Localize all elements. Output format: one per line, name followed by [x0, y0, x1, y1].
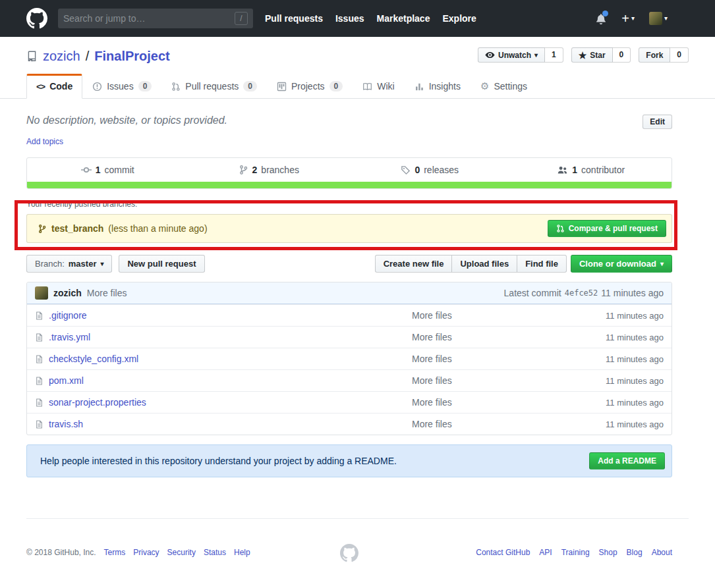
- tab-wiki[interactable]: Wiki: [353, 74, 404, 99]
- file-icon: [35, 376, 43, 386]
- tab-code[interactable]: <> Code: [26, 74, 82, 99]
- repo-icon: [26, 51, 38, 62]
- upload-files-button[interactable]: Upload files: [452, 255, 517, 273]
- repo-separator: /: [86, 47, 90, 65]
- unwatch-button[interactable]: Unwatch ▾: [478, 47, 545, 63]
- file-age: 11 minutes ago: [552, 333, 664, 342]
- fork-count[interactable]: 0: [670, 47, 689, 63]
- star-count[interactable]: 0: [613, 47, 631, 63]
- projects-counter: 0: [329, 81, 343, 92]
- file-link[interactable]: pom.xml: [49, 375, 84, 386]
- description-row: No description, website, or topics provi…: [26, 115, 672, 129]
- footer-link-status[interactable]: Status: [204, 548, 226, 557]
- tab-insights[interactable]: Insights: [405, 74, 471, 99]
- tab-issues[interactable]: Issues 0: [82, 74, 161, 99]
- footer-link-terms[interactable]: Terms: [104, 548, 126, 557]
- table-row: travis.sh More files 11 minutes ago: [27, 413, 672, 435]
- new-pull-request-button[interactable]: New pull request: [119, 255, 204, 273]
- file-age: 11 minutes ago: [552, 311, 664, 321]
- releases-stat[interactable]: 0releases: [349, 165, 511, 175]
- commit-sha-link[interactable]: 4efce52: [565, 288, 598, 298]
- footer-link-blog[interactable]: Blog: [627, 548, 643, 557]
- github-logo-icon[interactable]: [26, 8, 47, 29]
- file-commit-message[interactable]: More files: [412, 310, 452, 321]
- github-footer-logo-icon[interactable]: [340, 544, 358, 562]
- edit-description-button[interactable]: Edit: [643, 115, 672, 129]
- chevron-down-icon: ▾: [660, 261, 664, 267]
- repo-stats-box: 1commit 2branches 0releases 1contributor: [26, 157, 672, 189]
- nav-link-marketplace[interactable]: Marketplace: [377, 13, 430, 24]
- footer-link-api[interactable]: API: [539, 548, 552, 557]
- latest-commit-label: Latest commit: [504, 288, 561, 298]
- nav-link-issues[interactable]: Issues: [335, 13, 364, 24]
- user-menu[interactable]: ▾: [649, 12, 668, 25]
- copyright-text: © 2018 GitHub, Inc.: [26, 548, 96, 557]
- star-icon: ★: [579, 51, 587, 59]
- table-row: pom.xml More files 11 minutes ago: [27, 369, 672, 391]
- pushed-branch-link[interactable]: test_branch: [51, 223, 103, 234]
- project-icon: [277, 82, 287, 92]
- footer-link-shop[interactable]: Shop: [599, 548, 617, 557]
- file-link[interactable]: .gitignore: [49, 310, 87, 321]
- chevron-down-icon: ▾: [100, 261, 103, 267]
- branches-stat[interactable]: 2branches: [188, 165, 350, 175]
- tab-projects[interactable]: Projects 0: [267, 74, 353, 99]
- file-link[interactable]: travis.sh: [49, 419, 83, 429]
- notifications-bell-icon[interactable]: [595, 13, 607, 24]
- footer-link-training[interactable]: Training: [561, 548, 590, 557]
- commit-author-link[interactable]: zozich: [53, 288, 82, 298]
- issues-counter: 0: [138, 81, 152, 92]
- issue-icon: [92, 82, 102, 92]
- create-new-file-button[interactable]: Create new file: [375, 255, 453, 273]
- file-commit-message[interactable]: More files: [412, 332, 452, 342]
- file-commit-message[interactable]: More files: [412, 375, 452, 386]
- file-link[interactable]: .travis.yml: [49, 332, 90, 342]
- nav-link-pull-requests[interactable]: Pull requests: [265, 13, 323, 24]
- repo-owner-link[interactable]: zozich: [43, 47, 80, 65]
- file-link[interactable]: sonar-project.properties: [49, 397, 146, 408]
- pull-request-icon: [171, 82, 181, 92]
- file-commit-message[interactable]: More files: [412, 397, 452, 408]
- fork-group: Fork 0: [639, 47, 689, 63]
- branch-select-button[interactable]: Branch: master ▾: [26, 255, 112, 273]
- watch-group: Unwatch ▾ 1: [478, 47, 563, 63]
- compare-pull-request-button[interactable]: Compare & pull request: [548, 220, 666, 237]
- tab-pull-requests[interactable]: Pull requests 0: [161, 74, 267, 99]
- file-icon: [35, 311, 43, 321]
- footer-link-about[interactable]: About: [652, 548, 672, 557]
- repo-name-link[interactable]: FinalProject: [94, 47, 169, 65]
- search-input[interactable]: [63, 13, 235, 24]
- nav-link-explore[interactable]: Explore: [442, 13, 476, 24]
- branch-icon: [38, 224, 47, 234]
- commit-author-avatar[interactable]: [35, 286, 48, 300]
- language-bar[interactable]: [27, 182, 672, 188]
- add-readme-button[interactable]: Add a README: [589, 452, 665, 469]
- add-topics-link[interactable]: Add topics: [26, 137, 63, 146]
- footer: © 2018 GitHub, Inc. Terms Privacy Securi…: [26, 518, 689, 557]
- footer-link-contact[interactable]: Contact GitHub: [476, 548, 530, 557]
- commit-message-link[interactable]: More files: [87, 288, 127, 298]
- table-row: .gitignore More files 11 minutes ago: [27, 304, 672, 326]
- file-commit-message[interactable]: More files: [412, 419, 452, 429]
- file-commit-message[interactable]: More files: [412, 354, 452, 364]
- watch-count[interactable]: 1: [545, 47, 563, 63]
- file-age: 11 minutes ago: [552, 419, 664, 429]
- file-link[interactable]: checkstyle_config.xml: [49, 354, 138, 364]
- top-navbar: / Pull requests Issues Marketplace Explo…: [0, 0, 715, 37]
- search-box: /: [58, 9, 253, 28]
- footer-link-security[interactable]: Security: [167, 548, 196, 557]
- footer-link-help[interactable]: Help: [234, 548, 250, 557]
- file-navigation-toolbar: Branch: master ▾ New pull request Create…: [26, 255, 672, 273]
- clone-or-download-button[interactable]: Clone or download ▾: [571, 255, 672, 273]
- tab-settings[interactable]: ⚙ Settings: [471, 74, 537, 99]
- fork-button[interactable]: Fork: [639, 47, 670, 63]
- footer-link-privacy[interactable]: Privacy: [133, 548, 159, 557]
- files-table: zozich More files Latest commit 4efce52 …: [26, 282, 672, 435]
- star-button[interactable]: ★ Star: [571, 47, 613, 63]
- commits-stat[interactable]: 1commit: [27, 165, 188, 175]
- contributors-stat[interactable]: 1contributor: [511, 165, 672, 175]
- readme-suggestion-text: Help people interested in this repositor…: [40, 456, 397, 466]
- find-file-button[interactable]: Find file: [517, 255, 567, 273]
- create-new-menu[interactable]: + ▾: [621, 13, 635, 24]
- slash-key-hint: /: [235, 12, 248, 25]
